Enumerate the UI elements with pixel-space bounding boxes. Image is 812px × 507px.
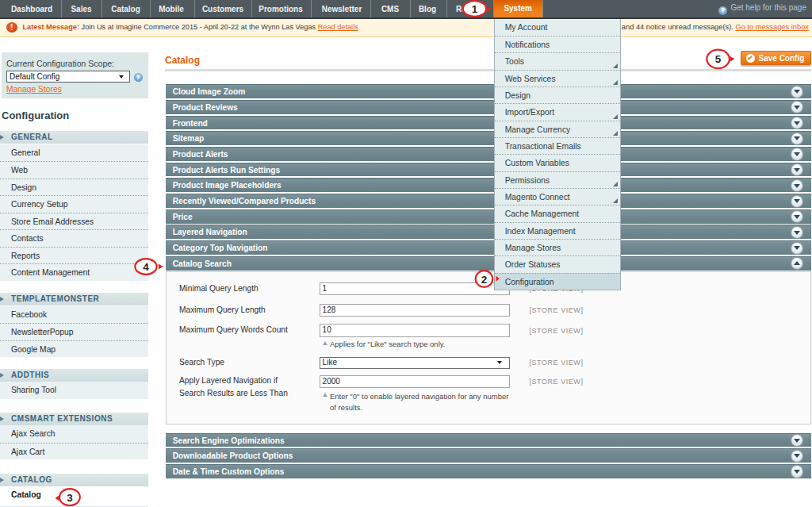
- svg-text:5: 5: [715, 53, 722, 65]
